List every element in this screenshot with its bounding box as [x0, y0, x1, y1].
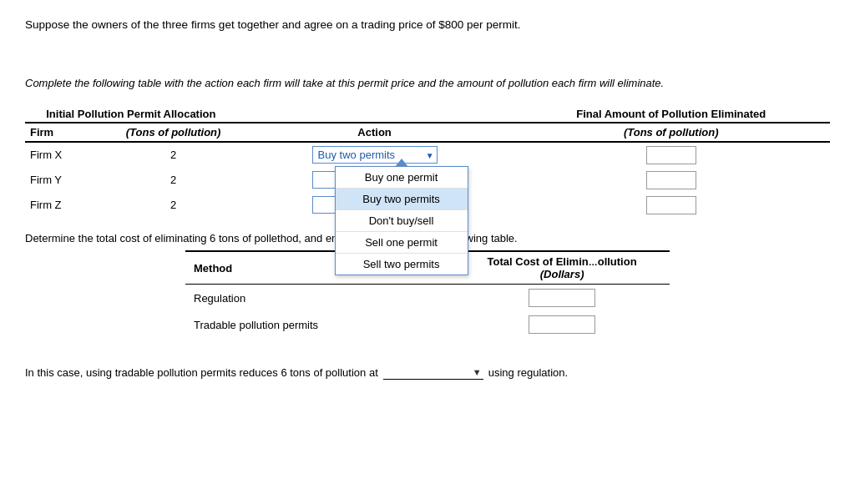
firm-y-label: Firm Y [25, 168, 109, 193]
col-firm-header: Firm [25, 123, 109, 142]
firm-y-final-input[interactable] [646, 171, 696, 189]
col-action-header: Action [237, 123, 513, 142]
final-note: In this case, using tradable pollution p… [25, 363, 830, 382]
right-section-header: Final Amount of Pollution Eliminated [512, 104, 830, 123]
regulation-cost-input[interactable] [529, 289, 595, 307]
firm-z-final-cell [512, 193, 830, 218]
final-cost-select-wrapper: lower cost than higher cost than the sam… [383, 366, 483, 380]
tradable-cost-cell [454, 311, 670, 338]
firm-y-alloc: 2 [109, 168, 236, 193]
dropdown-item-buy-one[interactable]: Buy one permit [336, 167, 468, 189]
dropdown-item-sell-two[interactable]: Sell two permits [336, 254, 468, 275]
col-final-header: (Tons of pollution) [512, 123, 830, 142]
cost-col-header: Total Cost of Elimin…ollution (Dollars) [454, 251, 670, 285]
firm-x-label: Firm X [25, 142, 109, 168]
bottom-table-row: Tradable pollution permits [185, 311, 670, 338]
firm-x-final-cell [512, 142, 830, 168]
regulation-cost-cell [454, 285, 670, 312]
firm-y-final-cell [512, 168, 830, 193]
action-section-header [237, 104, 513, 123]
col-alloc-header: (Tons of pollution) [109, 123, 236, 142]
dropdown-item-dont-buy[interactable]: Don't buy/sell [336, 210, 468, 232]
tradable-cost-input[interactable] [529, 315, 595, 334]
bottom-table-row: Regulation [185, 285, 670, 312]
dropdown-item-sell-one[interactable]: Sell one permit [336, 232, 468, 254]
tradable-label: Tradable pollution permits [185, 311, 454, 338]
firm-x-alloc: 2 [109, 142, 236, 168]
firm-x-action-select[interactable]: Buy two permits Buy one permit Don't buy… [312, 146, 438, 164]
dropdown-overlay: Buy one permit Buy two permits Don't buy… [335, 166, 468, 275]
firm-x-final-input[interactable] [646, 146, 696, 164]
intro-text: Suppose the owners of the three firms ge… [25, 17, 830, 33]
table-row: Firm X 2 Buy two permits Buy one permit … [25, 142, 830, 168]
dropdown-item-buy-two[interactable]: Buy two permits [336, 189, 468, 210]
left-section-header: Initial Pollution Permit Allocation [25, 104, 237, 123]
firm-z-alloc: 2 [109, 193, 236, 218]
instruction-text: Complete the following table with the ac… [25, 75, 830, 92]
firm-x-action-cell: Buy two permits Buy one permit Don't buy… [237, 142, 513, 168]
regulation-label: Regulation [185, 285, 454, 312]
final-note-text-before: In this case, using tradable pollution p… [25, 363, 378, 382]
final-note-text-after: using regulation. [488, 363, 568, 382]
dropdown-arrow-up [395, 159, 408, 167]
firm-z-label: Firm Z [25, 193, 109, 218]
firm-z-final-input[interactable] [646, 196, 696, 214]
final-cost-select[interactable]: lower cost than higher cost than the sam… [383, 366, 483, 380]
